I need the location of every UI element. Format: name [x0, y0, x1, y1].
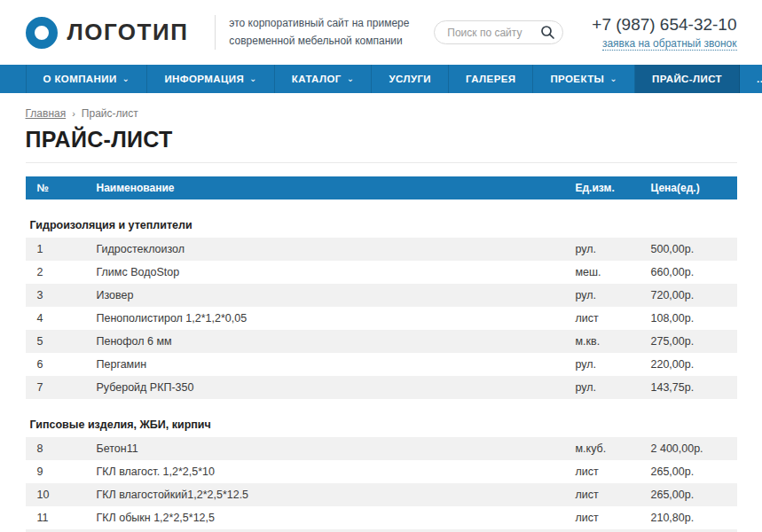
- nav-item-label: УСЛУГИ: [389, 74, 431, 84]
- table-row: 2Глимс ВодоStopмеш.660,00р.: [26, 261, 737, 284]
- nav-item-label: ПРАЙС-ЛИСТ: [652, 74, 722, 84]
- nav-item-5[interactable]: ПРОЕКТЫ⌄: [533, 65, 635, 93]
- breadcrumb-current: Прайс-лист: [82, 107, 138, 120]
- column-header-price: Цена(ед.): [651, 182, 737, 194]
- table-row: 9ГКЛ влагост. 1,2*2,5*10лист265,00р.: [26, 460, 737, 483]
- cell-num: 3: [37, 289, 97, 301]
- cell-name: Руберойд РКП-350: [97, 381, 576, 394]
- table-row: 1Гидростеклоизолрул.500,00р.: [26, 238, 737, 261]
- nav-item-0[interactable]: О КОМПАНИИ⌄: [26, 65, 148, 93]
- chevron-down-icon: ⌄: [122, 74, 130, 83]
- cell-unit: меш.: [576, 266, 651, 278]
- search-button[interactable]: [540, 25, 555, 40]
- contact-block: +7 (987) 654-32-10 заявка на обратный зв…: [592, 15, 736, 51]
- cell-num: 1: [37, 243, 97, 255]
- cell-num: 11: [37, 512, 97, 524]
- cell-unit: лист: [576, 312, 651, 325]
- cell-unit: лист: [576, 489, 651, 501]
- table-row: 10ГКЛ влагостойкий1,2*2,5*12.5лист265,00…: [26, 483, 737, 506]
- cell-name: Пенофол 6 мм: [97, 335, 576, 348]
- cell-price: 108,00р.: [651, 312, 737, 325]
- table-row: 5Пенофол 6 ммм.кв.275,00р.: [26, 330, 737, 353]
- table-row: 7Руберойд РКП-350рул.143,75р.: [26, 376, 737, 399]
- cell-price: 275,00р.: [651, 335, 737, 348]
- cell-name: Изовер: [97, 289, 576, 301]
- logo-circle-icon: [26, 17, 58, 49]
- cell-name: Глимс ВодоStop: [97, 266, 576, 278]
- nav-item-7[interactable]: ...⌄: [740, 65, 762, 93]
- column-header-num: №: [37, 182, 97, 194]
- cell-name: Пенополистирол 1,2*1,2*0,05: [97, 312, 576, 325]
- table-row: 8Бетон11м.куб.2 400,00р.: [26, 437, 737, 460]
- cell-name: ГКЛ влагостойкий1,2*2,5*12.5: [97, 489, 576, 501]
- cell-price: 720,00р.: [651, 289, 737, 301]
- cell-num: 6: [37, 358, 97, 371]
- cell-price: 265,00р.: [651, 466, 737, 478]
- chevron-down-icon: ⌄: [249, 74, 257, 83]
- cell-unit: лист: [576, 466, 651, 478]
- price-table-header: № Наименование Ед.изм. Цена(ед.): [26, 176, 737, 200]
- tagline-line1: это корпоративный сайт на примере: [229, 15, 409, 32]
- nav-item-6[interactable]: ПРАЙС-ЛИСТ: [635, 65, 740, 93]
- cell-num: 4: [37, 312, 97, 325]
- logo-text: ЛОГОТИП: [67, 19, 189, 46]
- cell-unit: рул.: [576, 358, 651, 371]
- nav-item-label: О КОМПАНИИ: [43, 74, 117, 84]
- table-row: 11ГКЛ обыкн 1,2*2,5*12,5лист210,80р.: [26, 506, 737, 529]
- table-row: 6Пергаминрул.220,00р.: [26, 353, 737, 376]
- cell-unit: рул.: [576, 243, 651, 255]
- phone-number[interactable]: +7 (987) 654-32-10: [592, 15, 736, 35]
- cell-price: 500,00р.: [651, 243, 737, 255]
- cell-num: 8: [37, 442, 97, 455]
- main-nav: О КОМПАНИИ⌄ИНФОРМАЦИЯ⌄КАТАЛОГ⌄УСЛУГИГАЛЕ…: [0, 65, 762, 93]
- section-title: Гидроизоляция и утеплители: [26, 219, 737, 231]
- cell-price: 210,80р.: [651, 512, 737, 524]
- cell-name: ГКЛ обыкн 1,2*2,5*12,5: [97, 512, 576, 524]
- search-icon: [540, 25, 555, 40]
- cell-price: 220,00р.: [651, 358, 737, 371]
- cell-unit: рул.: [576, 381, 651, 394]
- cell-name: ГКЛ влагост. 1,2*2,5*10: [97, 466, 576, 478]
- cell-num: 5: [37, 335, 97, 348]
- callback-request-link[interactable]: заявка на обратный звонок: [602, 37, 737, 51]
- logo[interactable]: ЛОГОТИП: [26, 17, 189, 49]
- table-row: 3Изоверрул.720,00р.: [26, 284, 737, 307]
- site-header: ЛОГОТИП это корпоративный сайт на пример…: [0, 0, 762, 65]
- cell-unit: м.кв.: [576, 335, 651, 348]
- table-row: 4Пенополистирол 1,2*1,2*0,05лист108,00р.: [26, 307, 737, 330]
- site-tagline: это корпоративный сайт на примере соврем…: [215, 15, 409, 49]
- nav-item-1[interactable]: ИНФОРМАЦИЯ⌄: [147, 65, 274, 93]
- breadcrumb-separator: ›: [72, 108, 75, 119]
- section-title: Гипсовые изделия, ЖБИ, кирпич: [26, 419, 737, 431]
- cell-price: 143,75р.: [651, 381, 737, 394]
- column-header-name: Наименование: [97, 182, 576, 194]
- cell-name: Гидростеклоизол: [97, 243, 576, 255]
- cell-unit: рул.: [576, 289, 651, 301]
- nav-item-2[interactable]: КАТАЛОГ⌄: [275, 65, 373, 93]
- main-nav-inner: О КОМПАНИИ⌄ИНФОРМАЦИЯ⌄КАТАЛОГ⌄УСЛУГИГАЛЕ…: [26, 65, 737, 93]
- chevron-down-icon: ⌄: [347, 74, 355, 83]
- nav-item-label: ГАЛЕРЕЯ: [466, 74, 515, 84]
- cell-num: 7: [37, 381, 97, 394]
- nav-item-label: ПРОЕКТЫ: [550, 74, 604, 84]
- column-header-unit: Ед.изм.: [576, 182, 651, 194]
- nav-item-4[interactable]: ГАЛЕРЕЯ: [449, 65, 533, 93]
- nav-item-label: ...: [757, 74, 762, 84]
- chevron-down-icon: ⌄: [609, 74, 617, 83]
- nav-item-3[interactable]: УСЛУГИ: [372, 65, 449, 93]
- page-title: ПРАЙС-ЛИСТ: [26, 127, 737, 153]
- cell-name: Бетон11: [97, 442, 576, 455]
- nav-item-label: КАТАЛОГ: [292, 74, 342, 84]
- main-content: Главная›Прайс-лист ПРАЙС-ЛИСТ № Наименов…: [26, 107, 737, 532]
- breadcrumb-home-link[interactable]: Главная: [26, 107, 67, 120]
- title-divider: [26, 162, 737, 163]
- cell-num: 9: [37, 466, 97, 478]
- cell-num: 2: [37, 266, 97, 278]
- site-search: [434, 20, 563, 44]
- cell-unit: лист: [576, 512, 651, 524]
- cell-price: 265,00р.: [651, 489, 737, 501]
- breadcrumb: Главная›Прайс-лист: [26, 107, 737, 120]
- cell-price: 2 400,00р.: [651, 442, 737, 455]
- cell-price: 660,00р.: [651, 266, 737, 278]
- cell-name: Пергамин: [97, 358, 576, 371]
